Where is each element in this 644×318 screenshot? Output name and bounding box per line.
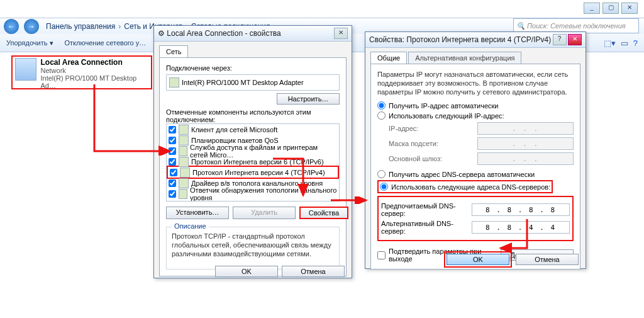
tab-altconfig[interactable]: Альтернативная конфигурация <box>408 52 521 64</box>
desc-text: Протокол TCP/IP - стандартный протокол г… <box>172 232 334 258</box>
search-icon: 🔍 <box>516 22 525 30</box>
radio-manual-ip[interactable] <box>377 111 386 120</box>
connection-adapter: Intel(R) PRO/1000 MT Desktop Ad… <box>40 74 148 89</box>
radio-auto-ip[interactable] <box>377 101 386 110</box>
chk-5[interactable] <box>169 179 176 187</box>
lltd-icon <box>179 178 189 188</box>
remove-button: Удалить <box>233 207 296 219</box>
responder-icon <box>179 189 187 199</box>
alternate-dns-input[interactable]: 8 . 8 . 4 . 4 <box>472 221 570 234</box>
chk-6[interactable] <box>169 190 176 198</box>
ipv4-help-button[interactable]: ? <box>553 34 567 45</box>
disable-device-button[interactable]: Отключение сетевого у… <box>65 39 147 47</box>
bc1[interactable]: Панель управления <box>46 22 115 31</box>
validate-checkbox[interactable] <box>377 251 386 259</box>
ipv4-close-button[interactable]: ✕ <box>568 34 582 45</box>
client-icon <box>179 125 189 135</box>
radio-auto-dns[interactable] <box>377 170 386 178</box>
install-button[interactable]: Установить… <box>166 207 229 219</box>
preview-icon[interactable]: ▭ <box>621 38 628 48</box>
tab-general[interactable]: Общие <box>370 52 407 64</box>
ip-address-input: . . . <box>477 122 574 135</box>
chk-2[interactable] <box>169 147 176 155</box>
qos-icon <box>179 135 189 145</box>
ipv6-icon <box>179 157 189 167</box>
properties-button[interactable]: Свойства <box>299 207 348 219</box>
ipv4-title: Свойства: Протокол Интернета версии 4 (T… <box>369 35 551 44</box>
list-item-ipv4[interactable]: Протокол Интернета версии 4 (TCP/IPv4) <box>167 166 339 179</box>
ipv4-properties-dialog: Свойства: Протокол Интернета версии 4 (T… <box>365 31 586 269</box>
connection-type: Network <box>40 67 148 74</box>
main-close-button[interactable]: ✕ <box>621 3 638 14</box>
subnet-mask-input: . . . <box>477 137 574 150</box>
adapter-icon <box>169 77 179 88</box>
chk-1[interactable] <box>169 137 176 144</box>
lac-properties-dialog: ⚙ Local Area Connection - свойства ✕ Сет… <box>153 25 352 278</box>
connection-name: Local Area Connection <box>40 58 122 67</box>
nav-back-button[interactable]: ← <box>4 19 19 34</box>
preferred-dns-input[interactable]: 8 . 8 . 8 . 8 <box>472 203 570 216</box>
desc-title: Описание <box>172 222 209 230</box>
radio-manual-dns[interactable] <box>380 183 388 191</box>
lac-title: Local Area Connection - свойства <box>167 29 280 38</box>
connect-via-label: Подключение через: <box>166 64 340 72</box>
ipv4-cancel-button[interactable]: Отмена <box>516 254 579 265</box>
organize-menu[interactable]: Упорядочить ▾ <box>6 39 53 47</box>
lac-ok-button[interactable]: OK <box>215 266 278 277</box>
ipv4-intro: Параметры IP могут назначаться автоматич… <box>377 71 574 96</box>
tab-network[interactable]: Сеть <box>159 45 188 57</box>
components-label: Отмеченные компоненты используются этим … <box>166 108 340 123</box>
component-list[interactable]: Клиент для сетей Microsoft Планировщик п… <box>166 123 340 202</box>
fileshare-icon <box>179 146 187 156</box>
connection-item[interactable]: Local Area Connection Network Intel(R) P… <box>11 55 152 89</box>
main-max-button[interactable]: ▢ <box>602 3 619 14</box>
lac-icon: ⚙ <box>158 29 165 38</box>
network-adapter-icon <box>15 58 36 81</box>
lac-cancel-button[interactable]: Отмена <box>282 266 345 277</box>
configure-button[interactable]: Настроить… <box>277 93 340 105</box>
main-min-button[interactable]: _ <box>584 3 600 14</box>
ipv4-ok-button[interactable]: OK <box>447 254 509 265</box>
chk-4[interactable] <box>170 169 177 176</box>
adapter-name: Intel(R) PRO/1000 MT Desktop Adapter <box>182 79 304 86</box>
gateway-input: . . . <box>477 152 574 165</box>
nav-fwd-button[interactable]: → <box>24 19 39 34</box>
chk-3[interactable] <box>169 158 176 166</box>
ipv4-icon <box>180 168 190 178</box>
lac-close-button[interactable]: ✕ <box>334 28 348 39</box>
view-icon[interactable]: ⬚▾ <box>604 38 616 48</box>
help-icon[interactable]: ? <box>633 38 638 48</box>
chk-0[interactable] <box>169 126 176 133</box>
